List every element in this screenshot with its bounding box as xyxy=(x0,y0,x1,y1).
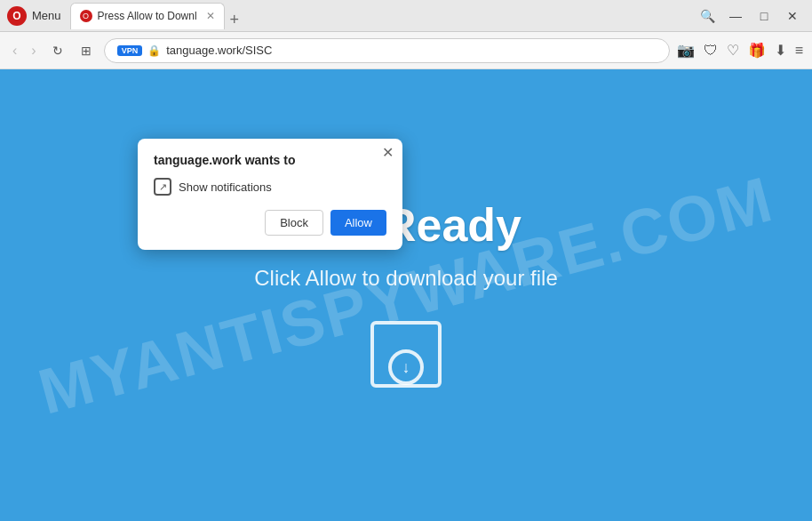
search-button[interactable]: 🔍 xyxy=(695,4,720,28)
minimize-button[interactable]: — xyxy=(723,4,748,28)
download-icon[interactable]: ⬇ xyxy=(775,42,786,59)
opera-logo[interactable]: O xyxy=(7,6,27,26)
tab-title: Press Allow to Downl xyxy=(98,10,197,22)
active-tab[interactable]: O Press Allow to Downl ✕ xyxy=(70,3,225,29)
block-button[interactable]: Block xyxy=(265,210,323,236)
forward-button[interactable]: › xyxy=(28,39,39,62)
maximize-button[interactable]: □ xyxy=(752,4,776,28)
popup-title: tanguage.work wants to xyxy=(154,153,386,167)
browser-frame: O Menu O Press Allow to Downl ✕ + 🔍 — □ … xyxy=(0,0,812,521)
popup-close-button[interactable]: ✕ xyxy=(382,146,394,160)
new-tab-button[interactable]: + xyxy=(225,11,245,29)
page-subtitle: Click Allow to download your file xyxy=(254,266,558,291)
download-arrow-icon: ↓ xyxy=(402,358,410,377)
grid-button[interactable]: ⊞ xyxy=(76,40,97,61)
permission-label: Show notifications xyxy=(179,180,272,194)
menu-label[interactable]: Menu xyxy=(32,9,61,22)
url-bar[interactable]: VPN 🔒 tanguage.work/SISC xyxy=(104,38,670,63)
window-controls: 🔍 — □ ✕ xyxy=(695,4,805,28)
url-text: tanguage.work/SISC xyxy=(166,44,656,57)
tab-close-button[interactable]: ✕ xyxy=(206,10,215,22)
camera-icon[interactable]: 📷 xyxy=(677,42,695,59)
download-circle-icon: ↓ xyxy=(388,349,424,385)
toolbar-icons: 📷 🛡 ♡ 🎁 ⬇ ≡ xyxy=(677,42,803,59)
heart-icon[interactable]: ♡ xyxy=(727,42,739,59)
title-bar: O Menu O Press Allow to Downl ✕ + 🔍 — □ … xyxy=(0,0,812,32)
lock-icon: 🔒 xyxy=(147,44,161,57)
popup-buttons: Block Allow xyxy=(154,210,386,236)
allow-button[interactable]: Allow xyxy=(330,210,386,236)
reload-button[interactable]: ↻ xyxy=(47,40,68,61)
hamburger-menu-icon[interactable]: ≡ xyxy=(795,43,803,59)
notification-permission-icon xyxy=(154,178,171,196)
back-button[interactable]: ‹ xyxy=(9,39,20,62)
tab-favicon: O xyxy=(80,10,92,22)
gift-icon[interactable]: 🎁 xyxy=(748,42,766,59)
notification-popup: ✕ tanguage.work wants to Show notificati… xyxy=(138,139,402,250)
address-bar: ‹ › ↻ ⊞ VPN 🔒 tanguage.work/SISC 📷 🛡 ♡ 🎁… xyxy=(0,32,812,69)
vpn-badge: VPN xyxy=(117,45,143,56)
page-content: MYANTISPYWARE.COM d Is Ready Click Allow… xyxy=(0,69,812,521)
download-icon-container: ↓ xyxy=(366,312,446,392)
popup-permission: Show notifications xyxy=(154,178,386,196)
close-button[interactable]: ✕ xyxy=(780,4,805,28)
shield-icon[interactable]: 🛡 xyxy=(704,43,718,59)
tabs-area: O Press Allow to Downl ✕ + xyxy=(70,3,689,29)
